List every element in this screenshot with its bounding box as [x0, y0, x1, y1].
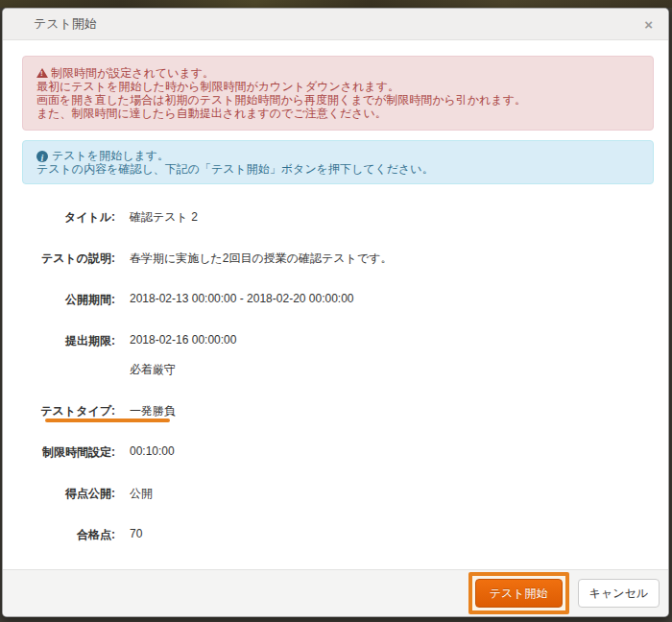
field-value: 70 — [130, 527, 142, 543]
info-line: テストの内容を確認し、下記の「テスト開始」ボタンを押下してください。 — [36, 162, 639, 176]
close-icon[interactable]: × — [644, 17, 653, 32]
field-value: 一発勝負 — [130, 403, 176, 419]
field-label: 正解と解説: — [22, 568, 115, 569]
field-row-description: テストの説明: 春学期に実施した2回目の授業の確認テストです。 — [22, 251, 654, 267]
field-row-time-limit: 制限時間設定: 00:10:00 — [22, 444, 654, 461]
warning-line: 画面を開き直した場合は初期のテスト開始時間から再度開くまでが制限時間から引かれま… — [36, 93, 639, 107]
field-label: 公開期間: — [22, 292, 115, 308]
page-backdrop-top — [0, 0, 672, 8]
field-row-score-publish: 得点公開: 公開 — [22, 486, 654, 502]
field-row-deadline: 提出期限: 2018-02-16 00:00:00 必着厳守 — [22, 333, 654, 378]
field-label: テストの説明: — [22, 251, 115, 267]
deadline-datetime: 2018-02-16 00:00:00 — [130, 333, 236, 347]
modal-body: 制限時間が設定されています。 最初にテストを開始した時から制限時間がカウントダウ… — [3, 40, 668, 569]
field-label: 提出期限: — [22, 333, 115, 378]
field-value: 2018-02-13 00:00:00 - 2018-02-20 00:00:0… — [130, 292, 354, 308]
test-start-button[interactable]: テスト開始 — [475, 579, 563, 608]
warning-line-text: 制限時間が設定されています。 — [51, 66, 214, 80]
modal-header: テスト開始 × — [3, 9, 668, 40]
field-label: 制限時間設定: — [22, 444, 115, 461]
deadline-strict-note: 必着厳守 — [130, 362, 236, 378]
info-line: テストを開始します。 — [36, 149, 639, 162]
field-label: 合格点: — [22, 527, 115, 543]
field-row-open-period: 公開期間: 2018-02-13 00:00:00 - 2018-02-20 0… — [22, 292, 654, 308]
warning-line: 制限時間が設定されています。 — [36, 66, 639, 80]
start-button-highlight-annotation: テスト開始 — [468, 572, 569, 614]
test-start-modal: テスト開始 × 制限時間が設定されています。 最初にテストを開始した時から制限時… — [2, 8, 669, 617]
test-detail-fields: タイトル: 確認テスト 2 テストの説明: 春学期に実施した2回目の授業の確認テ… — [22, 209, 654, 569]
modal-footer: テスト開始 キャンセル — [3, 569, 668, 616]
field-label: 得点公開: — [22, 486, 115, 502]
info-line-text: テストを開始します。 — [52, 149, 169, 162]
field-value: 春学期に実施した2回目の授業の確認テストです。 — [130, 251, 393, 267]
field-value: 公開 — [130, 486, 153, 502]
field-value: 2018-02-16 00:00:00 必着厳守 — [130, 333, 236, 378]
field-label: テストタイプ: — [22, 403, 115, 419]
field-row-answers-explanation: 正解と解説: 表示 — [22, 568, 654, 569]
field-value: 00:10:00 — [130, 444, 175, 461]
warning-line: また、制限時間に達したら自動提出されますのでご注意ください。 — [36, 107, 639, 120]
field-value: 表示 — [130, 568, 153, 569]
field-row-title: タイトル: 確認テスト 2 — [22, 209, 654, 226]
modal-title: テスト開始 — [34, 15, 97, 33]
field-row-test-type: テストタイプ: 一発勝負 — [22, 403, 654, 419]
warning-icon — [36, 68, 48, 78]
start-info-alert: テストを開始します。 テストの内容を確認し、下記の「テスト開始」ボタンを押下して… — [22, 140, 654, 184]
field-row-passing-score: 合格点: 70 — [22, 527, 654, 543]
cancel-button[interactable]: キャンセル — [578, 579, 660, 608]
orange-annotation-underline — [45, 419, 170, 422]
field-value: 確認テスト 2 — [130, 209, 198, 226]
field-label: タイトル: — [22, 209, 115, 226]
time-limit-warning-alert: 制限時間が設定されています。 最初にテストを開始した時から制限時間がカウントダウ… — [22, 56, 654, 131]
info-circle-icon — [36, 151, 48, 162]
warning-line: 最初にテストを開始した時から制限時間がカウントダウンされます。 — [36, 80, 639, 93]
